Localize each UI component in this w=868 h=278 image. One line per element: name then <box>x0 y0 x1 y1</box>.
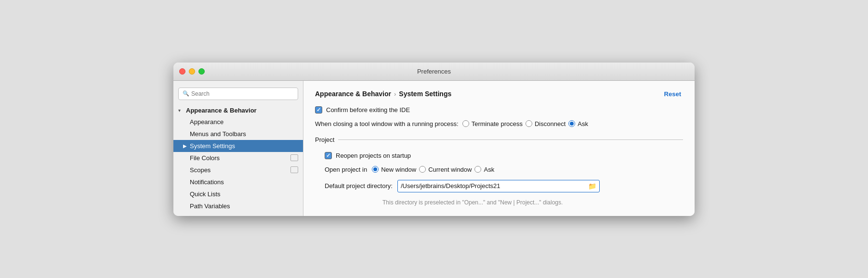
breadcrumb: Appearance & Behavior › System Settings <box>315 90 451 98</box>
sidebar-item-quick-lists[interactable]: Quick Lists <box>173 188 303 200</box>
content-panel: Appearance & Behavior › System Settings … <box>303 81 695 216</box>
folder-icon[interactable]: 📁 <box>588 182 596 190</box>
search-container: 🔍 <box>173 85 303 105</box>
section-label: Appearance & Behavior <box>186 107 257 114</box>
sidebar-item-label: Path Variables <box>190 202 230 210</box>
reopen-projects-row: Reopen projects on startup <box>315 152 683 159</box>
file-colors-icon <box>290 154 298 161</box>
confirm-exit-checkbox[interactable] <box>315 106 322 114</box>
tool-window-row: When closing a tool window with a runnin… <box>315 120 683 127</box>
tool-window-radio-group: Terminate process Disconnect Ask <box>462 120 588 127</box>
sidebar-item-system-settings[interactable]: ▶ System Settings <box>173 140 303 152</box>
close-button[interactable] <box>179 68 185 75</box>
reopen-projects-checkbox[interactable] <box>325 152 332 159</box>
confirm-exit-label: Confirm before exiting the IDE <box>326 106 410 114</box>
project-section-label: Project <box>315 136 334 143</box>
title-bar: Preferences <box>173 63 695 81</box>
confirm-exit-row: Confirm before exiting the IDE <box>315 106 683 114</box>
open-project-row: Open project in New window Current windo… <box>315 166 683 173</box>
active-arrow: ▶ <box>183 143 187 149</box>
current-window-label: Current window <box>428 166 472 173</box>
open-project-radio-group: New window Current window Ask <box>372 166 494 173</box>
confirm-exit-checkbox-container[interactable]: Confirm before exiting the IDE <box>315 106 410 114</box>
search-input[interactable] <box>191 90 294 97</box>
scopes-icon <box>290 166 298 173</box>
sidebar-item-label: Quick Lists <box>190 190 221 198</box>
directory-input[interactable] <box>401 182 588 190</box>
open-project-label: Open project in <box>325 166 367 173</box>
open-ask-radio[interactable] <box>474 166 481 173</box>
new-window-option[interactable]: New window <box>372 166 416 173</box>
current-window-radio[interactable] <box>419 166 426 173</box>
sidebar-item-label: Notifications <box>190 178 224 186</box>
content-header: Appearance & Behavior › System Settings … <box>315 89 683 99</box>
directory-label: Default project directory: <box>325 182 393 190</box>
section-arrow: ▾ <box>178 108 184 113</box>
hint-row: This directory is preselected in "Open..… <box>315 199 683 206</box>
traffic-lights <box>179 68 205 75</box>
current-window-option[interactable]: Current window <box>419 166 472 173</box>
sidebar-item-scopes[interactable]: Scopes <box>173 164 303 176</box>
hint-text: This directory is preselected in "Open..… <box>315 199 563 206</box>
divider-line <box>338 139 683 140</box>
sidebar-item-notifications[interactable]: Notifications <box>173 176 303 188</box>
new-window-label: New window <box>381 166 416 173</box>
new-window-radio[interactable] <box>372 166 379 173</box>
ask-label: Ask <box>578 120 588 127</box>
sidebar-section-appearance-behavior[interactable]: ▾ Appearance & Behavior <box>173 105 303 116</box>
sidebar-item-label: Scopes <box>190 166 210 174</box>
window-title: Preferences <box>417 68 451 75</box>
reopen-projects-checkbox-container[interactable]: Reopen projects on startup <box>325 152 411 159</box>
breadcrumb-separator: › <box>394 90 396 98</box>
tool-window-label: When closing a tool window with a runnin… <box>315 120 459 127</box>
sidebar-item-label: Appearance <box>190 118 224 126</box>
breadcrumb-part2: System Settings <box>399 90 451 98</box>
directory-input-wrapper: 📁 <box>397 180 600 192</box>
sidebar-item-menus-toolbars[interactable]: Menus and Toolbars <box>173 128 303 140</box>
disconnect-option[interactable]: Disconnect <box>526 120 566 127</box>
project-section-divider: Project <box>315 136 683 143</box>
sidebar: 🔍 ▾ Appearance & Behavior Appearance Men… <box>173 81 303 216</box>
sidebar-item-label: System Settings <box>190 142 235 150</box>
open-ask-option[interactable]: Ask <box>474 166 494 173</box>
search-box[interactable]: 🔍 <box>178 88 298 100</box>
reopen-projects-label: Reopen projects on startup <box>336 152 411 159</box>
ask-option[interactable]: Ask <box>568 120 588 127</box>
terminate-radio[interactable] <box>462 120 469 127</box>
reset-button[interactable]: Reset <box>662 89 683 99</box>
maximize-button[interactable] <box>198 68 205 75</box>
search-icon: 🔍 <box>183 90 189 97</box>
disconnect-label: Disconnect <box>535 120 566 127</box>
preferences-window: Preferences 🔍 ▾ Appearance & Behavior Ap… <box>173 63 695 216</box>
sidebar-item-label: Menus and Toolbars <box>190 130 246 138</box>
main-content: 🔍 ▾ Appearance & Behavior Appearance Men… <box>173 81 695 216</box>
disconnect-radio[interactable] <box>526 120 532 127</box>
ask-radio[interactable] <box>568 120 575 127</box>
content-body: Confirm before exiting the IDE When clos… <box>315 106 683 206</box>
directory-row: Default project directory: 📁 <box>315 180 683 192</box>
sidebar-item-label: File Colors <box>190 154 220 162</box>
breadcrumb-part1: Appearance & Behavior <box>315 90 391 98</box>
sidebar-item-path-variables[interactable]: Path Variables <box>173 200 303 212</box>
open-ask-label: Ask <box>484 166 494 173</box>
terminate-option[interactable]: Terminate process <box>462 120 523 127</box>
sidebar-item-appearance[interactable]: Appearance <box>173 116 303 128</box>
sidebar-item-file-colors[interactable]: File Colors <box>173 152 303 164</box>
minimize-button[interactable] <box>189 68 195 75</box>
terminate-label: Terminate process <box>472 120 523 127</box>
